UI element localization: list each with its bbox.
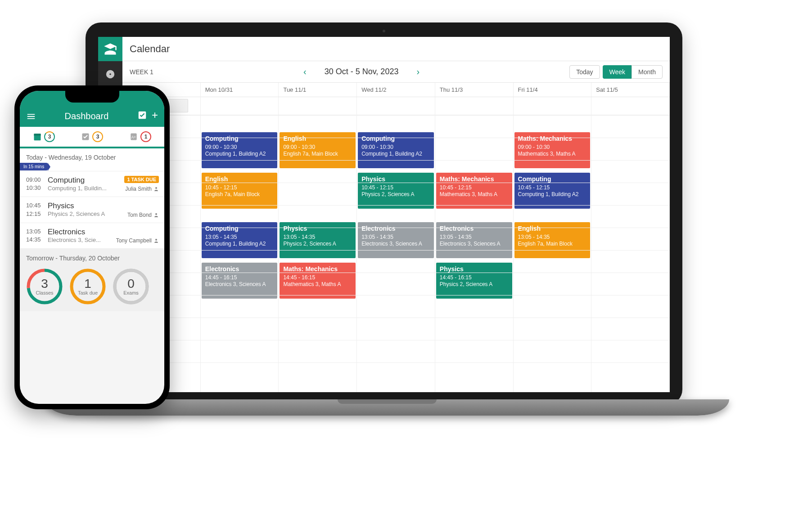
- event-time: 13:05 - 14:35: [361, 234, 430, 241]
- add-button[interactable]: +: [152, 109, 158, 121]
- event-location: English 7a, Main Block: [283, 151, 352, 157]
- tab-classes-count: 3: [44, 131, 55, 142]
- laptop-camera: [383, 30, 385, 32]
- svg-text:A+: A+: [131, 135, 136, 139]
- event-location: Physics 2, Sciences A: [440, 281, 509, 288]
- week-indicator: WEEK 1: [130, 68, 153, 76]
- calendar: WEEK 1 ‹ 30 Oct - 5 Nov, 2023 › Today We…: [122, 61, 670, 392]
- event-location: English 7a, Main Block: [205, 191, 274, 198]
- calendar-icon: [33, 132, 42, 141]
- calendar-event[interactable]: Physics14:45 - 16:15Physics 2, Sciences …: [436, 263, 512, 299]
- svg-point-1: [109, 73, 111, 75]
- event-title: Maths: Mechanics: [440, 175, 509, 183]
- event-time: 10:45 - 12:15: [361, 184, 430, 191]
- calendar-event[interactable]: English10:45 - 12:15English 7a, Main Blo…: [202, 173, 278, 209]
- item-teacher: Tom Bond: [127, 212, 159, 218]
- event-time: 10:45 - 12:15: [205, 184, 274, 191]
- phone-notch: [65, 91, 119, 103]
- event-time: 10:45 - 12:15: [440, 184, 509, 191]
- student-icon: [104, 42, 117, 56]
- event-time: 10:45 - 12:15: [518, 184, 587, 191]
- day-header: Wed 11/2: [357, 83, 435, 97]
- today-button[interactable]: Today: [569, 65, 600, 79]
- event-location: Electronics 3, Sciences A: [440, 241, 509, 247]
- calendar-event[interactable]: Maths: Mechanics14:45 - 16:15Mathematics…: [280, 263, 356, 299]
- event-time: 14:45 - 16:15: [283, 274, 352, 281]
- date-range-label: 30 Oct - 5 Nov, 2023: [325, 67, 399, 76]
- day-header: Tue 11/1: [279, 83, 357, 97]
- event-title: English: [518, 225, 587, 233]
- tomorrow-heading: Tomorrow - Thursday, 20 October: [26, 255, 158, 268]
- next-week-button[interactable]: ›: [413, 65, 423, 79]
- svg-point-15: [115, 270, 147, 303]
- tab-exams[interactable]: A+ 1: [129, 131, 151, 142]
- event-title: Electronics: [440, 225, 509, 233]
- item-times: 09:0010:30: [26, 176, 48, 192]
- svg-rect-4: [34, 134, 41, 135]
- event-title: Maths: Mechanics: [518, 135, 587, 143]
- event-location: English 7a, Main Block: [518, 241, 587, 247]
- exam-icon: A+: [129, 132, 138, 141]
- calendar-body: Computing09:00 - 10:30Computing 1, Build…: [122, 115, 670, 392]
- tab-tasks[interactable]: 3: [81, 131, 103, 142]
- event-time: 09:00 - 10:30: [361, 144, 430, 151]
- checkbox-icon[interactable]: [137, 110, 147, 120]
- month-view-button[interactable]: Month: [632, 65, 663, 79]
- event-time: 14:45 - 16:15: [205, 274, 274, 281]
- svg-point-13: [72, 270, 104, 303]
- event-title: Electronics: [361, 225, 430, 233]
- event-location: Electronics 3, Sciences A: [361, 241, 430, 247]
- item-subject: Electronics: [48, 228, 158, 237]
- schedule-item[interactable]: 09:0010:30ComputingComputing 1, Buildin.…: [20, 171, 164, 197]
- schedule-item[interactable]: 10:4512:15PhysicsPhysics 2, Sciences ATo…: [20, 197, 164, 222]
- dashboard-nav-icon[interactable]: [104, 68, 116, 80]
- mobile-tabs: 3 3 A+ 1: [20, 127, 164, 148]
- schedule-item[interactable]: 13:0514:35ElectronicsElectronics 3, Scie…: [20, 223, 164, 248]
- day-header: Sat 11/5: [591, 83, 670, 97]
- desktop-app: Calendar WEEK 1 ‹ 30 Oct - 5 Nov, 2023 ›…: [98, 37, 670, 392]
- item-times: 10:4512:15: [26, 201, 48, 218]
- summary-donut[interactable]: 0Exams: [113, 268, 149, 305]
- event-time: 13:05 - 14:35: [518, 234, 587, 241]
- menu-button[interactable]: [26, 112, 36, 121]
- event-title: English: [283, 135, 352, 143]
- week-view-button[interactable]: Week: [603, 65, 632, 79]
- event-location: Computing 1, Building A2: [205, 241, 274, 247]
- phone-frame: Dashboard + 3 3 A+ 1 Today - Wednesday, …: [14, 85, 170, 409]
- calendar-event[interactable]: Maths: Mechanics10:45 - 12:15Mathematics…: [436, 173, 512, 209]
- event-time: 09:00 - 10:30: [518, 144, 587, 151]
- event-time: 09:00 - 10:30: [205, 144, 274, 151]
- summary-donut[interactable]: 1Task due: [69, 268, 106, 305]
- summary-donut[interactable]: 3Classes: [26, 268, 63, 305]
- tab-tasks-count: 3: [92, 131, 103, 142]
- app-topbar: Calendar: [98, 37, 670, 61]
- app-logo[interactable]: [98, 37, 122, 61]
- event-title: Computing: [205, 225, 274, 233]
- allday-row: Autumn Half Term: [122, 97, 670, 115]
- event-location: Computing 1, Building A2: [361, 151, 430, 157]
- calendar-event[interactable]: Computing10:45 - 12:15Computing 1, Build…: [514, 173, 591, 209]
- tab-classes[interactable]: 3: [33, 131, 55, 142]
- event-title: Computing: [205, 135, 274, 143]
- item-teacher: Julia Smith: [125, 186, 159, 192]
- mobile-app: Dashboard + 3 3 A+ 1 Today - Wednesday, …: [20, 91, 164, 404]
- item-location: Computing 1, Buildin...: [48, 185, 111, 192]
- day-header: Mon 10/31: [201, 83, 279, 97]
- today-heading: Today - Wednesday, 19 October: [20, 148, 164, 163]
- mobile-title: Dashboard: [65, 111, 109, 121]
- item-subject: Physics: [48, 201, 158, 210]
- event-title: Physics: [361, 175, 430, 183]
- mobile-body: Today - Wednesday, 19 October In 15 mins…: [20, 148, 164, 248]
- calendar-event[interactable]: Physics10:45 - 12:15Physics 2, Sciences …: [358, 173, 434, 209]
- calendar-event[interactable]: Electronics14:45 - 16:15Electronics 3, S…: [202, 263, 278, 299]
- event-location: Computing 1, Building A2: [205, 151, 274, 157]
- calendar-toolbar: WEEK 1 ‹ 30 Oct - 5 Nov, 2023 › Today We…: [122, 61, 670, 83]
- prev-week-button[interactable]: ‹: [300, 65, 310, 79]
- person-icon: [153, 238, 159, 243]
- item-times: 13:0514:35: [26, 228, 48, 244]
- event-location: Mathematics 3, Maths A: [283, 281, 352, 288]
- hamburger-icon: [26, 112, 36, 121]
- event-location: Computing 1, Building A2: [518, 191, 587, 198]
- svg-point-10: [155, 239, 157, 241]
- event-location: Physics 2, Sciences A: [361, 191, 430, 198]
